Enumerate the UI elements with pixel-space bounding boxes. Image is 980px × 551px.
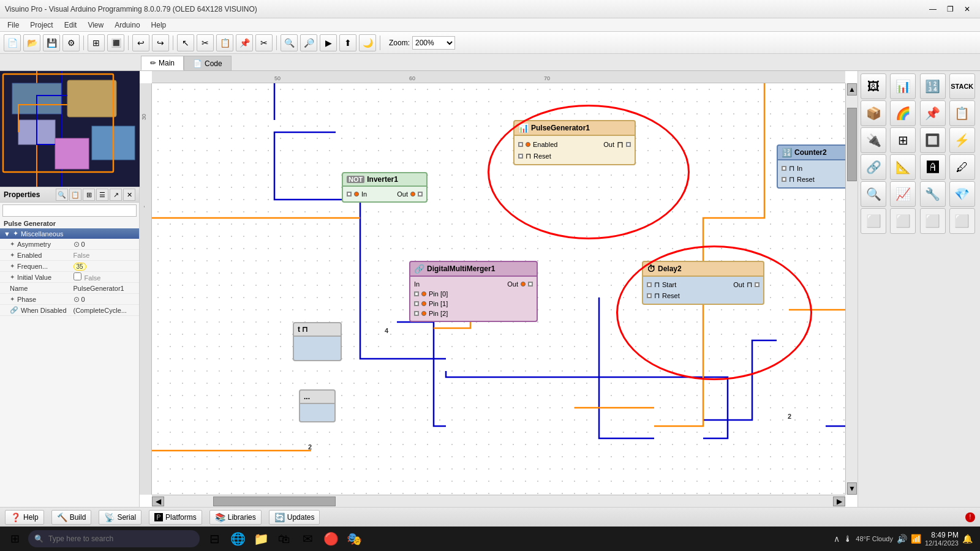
hscroll-right[interactable]: ▶: [833, 497, 845, 506]
pin0-connector[interactable]: [414, 291, 419, 296]
undo-button[interactable]: ↩: [132, 34, 149, 51]
menu-edit[interactable]: Edit: [59, 20, 82, 31]
rp-btn-18[interactable]: 📈: [890, 181, 916, 207]
tab-code[interactable]: 📄 Code: [184, 56, 232, 70]
help-button[interactable]: ❓ Help: [5, 510, 44, 525]
initial-checkbox[interactable]: [74, 272, 81, 280]
rp-btn-9[interactable]: 🔌: [861, 127, 886, 153]
menu-view[interactable]: View: [83, 20, 108, 31]
moon-button[interactable]: 🌙: [359, 34, 376, 51]
menu-arduino[interactable]: Arduino: [110, 20, 145, 31]
upload-button[interactable]: ⬆: [339, 34, 356, 51]
minimize-button[interactable]: —: [925, 3, 941, 15]
pin0-orange[interactable]: [421, 291, 426, 296]
new-button[interactable]: 📄: [4, 34, 21, 51]
inv-in-connector[interactable]: [347, 192, 352, 197]
vscroll-track[interactable]: [847, 96, 857, 482]
vscroll-up[interactable]: ▲: [847, 83, 857, 96]
delay-start-connector[interactable]: [647, 282, 652, 287]
store-app[interactable]: 🛍: [273, 528, 295, 550]
visuino-taskbar[interactable]: 🎭: [343, 528, 365, 550]
speaker-icon[interactable]: 🔊: [897, 534, 907, 544]
rp-btn-5[interactable]: 📦: [861, 100, 886, 126]
merger-out-connector[interactable]: [528, 282, 533, 287]
rp-btn-13[interactable]: 🔗: [861, 154, 886, 180]
network-icon[interactable]: 🌡: [843, 534, 852, 544]
prop-btn1[interactable]: 🔍: [56, 189, 68, 201]
pin-enabled-orange[interactable]: [526, 142, 530, 147]
tab-main[interactable]: ✏ Main: [141, 56, 184, 70]
prop-close[interactable]: ✕: [123, 189, 135, 201]
prop-btn3[interactable]: ⊞: [83, 189, 95, 201]
prop-btn5[interactable]: ↗: [110, 189, 122, 201]
merger-out-orange[interactable]: [521, 282, 526, 287]
rp-btn-12[interactable]: ⚡: [949, 127, 975, 153]
prop-btn2[interactable]: 📋: [69, 189, 81, 201]
rp-btn-15[interactable]: 🅰: [920, 154, 946, 180]
counter-reset-connector[interactable]: [782, 177, 786, 182]
menu-file[interactable]: File: [2, 20, 24, 31]
redo-button[interactable]: ↪: [152, 34, 169, 51]
pin1-connector[interactable]: [414, 301, 419, 306]
toolbar-snap[interactable]: 🔳: [107, 34, 124, 51]
updates-button[interactable]: 🔄 Updates: [269, 510, 320, 525]
rp-btn-11[interactable]: 🔲: [920, 127, 946, 153]
file-explorer[interactable]: 📁: [250, 528, 272, 550]
rp-btn-14[interactable]: 📐: [890, 154, 916, 180]
hscrollbar[interactable]: ◀ ▶: [152, 495, 845, 507]
rp-btn-16[interactable]: 🖊: [949, 154, 975, 180]
canvas-area[interactable]: 50 60 70 30 -: [140, 71, 858, 507]
rp-btn-17[interactable]: 🔍: [861, 181, 886, 207]
inv-out-connector[interactable]: [418, 192, 423, 197]
taskview-button[interactable]: ⊟: [203, 528, 225, 550]
zoom-fit[interactable]: 🔍: [281, 34, 298, 51]
hscroll-left[interactable]: ◀: [152, 497, 164, 506]
zoom-in[interactable]: 🔎: [300, 34, 317, 51]
vscroll-thumb[interactable]: [847, 108, 857, 181]
rp-btn-10[interactable]: ⊞: [890, 127, 916, 153]
serial-button[interactable]: 📡 Serial: [99, 510, 141, 525]
select-button[interactable]: ↖: [177, 34, 194, 51]
hscroll-track[interactable]: [164, 497, 833, 506]
delay-reset-connector[interactable]: [647, 293, 652, 298]
clock[interactable]: 8:49 PM 12/14/2023: [925, 531, 959, 547]
pin-enabled-connector[interactable]: [518, 142, 523, 147]
platforms-button[interactable]: 🅿 Platforms: [149, 510, 202, 525]
properties-search[interactable]: [2, 204, 137, 217]
menu-help[interactable]: Help: [146, 20, 172, 31]
edge-browser[interactable]: 🌐: [227, 528, 249, 550]
delay-out-connector[interactable]: [755, 282, 760, 287]
rp-btn-2[interactable]: 📊: [890, 73, 916, 99]
taskbar-search-input[interactable]: [48, 534, 171, 543]
menu-project[interactable]: Project: [25, 20, 58, 31]
zoom-select[interactable]: 50% 100% 150% 200% 300%: [412, 36, 455, 50]
vscroll-down[interactable]: ▼: [847, 482, 857, 495]
inv-in-orange[interactable]: [354, 192, 359, 197]
mail-app[interactable]: ✉: [296, 528, 318, 550]
wifi-icon[interactable]: 📶: [911, 534, 921, 544]
save-button[interactable]: 💾: [43, 34, 60, 51]
toolbar-grid[interactable]: ⊞: [88, 34, 105, 51]
build-button[interactable]: 🔨 Build: [51, 510, 92, 525]
rp-btn-8[interactable]: 📋: [949, 100, 975, 126]
hscroll-thumb[interactable]: [213, 497, 336, 506]
chrome-browser[interactable]: 🔴: [320, 528, 342, 550]
paste-button[interactable]: 📌: [236, 34, 253, 51]
pin2-orange[interactable]: [421, 311, 426, 316]
taskbar-search[interactable]: 🔍: [28, 530, 200, 547]
libraries-button[interactable]: 📚 Libraries: [209, 510, 262, 525]
delete-button[interactable]: ✂: [197, 34, 214, 51]
prop-btn4[interactable]: ☰: [96, 189, 108, 201]
maximize-button[interactable]: ❐: [942, 3, 958, 15]
rp-btn-stack[interactable]: STACK: [949, 73, 975, 99]
pin2-connector[interactable]: [414, 311, 419, 316]
close-button[interactable]: ✕: [959, 3, 975, 15]
rp-btn-19[interactable]: 🔧: [920, 181, 946, 207]
chevron-up-icon[interactable]: ∧: [834, 534, 840, 544]
rp-btn-6[interactable]: 🌈: [890, 100, 916, 126]
pin1-orange[interactable]: [421, 301, 426, 306]
start-button[interactable]: ⊞: [2, 528, 27, 550]
pin-reset-connector[interactable]: [518, 154, 523, 159]
run-button[interactable]: ▶: [320, 34, 337, 51]
cut-button[interactable]: ✂: [255, 34, 273, 51]
